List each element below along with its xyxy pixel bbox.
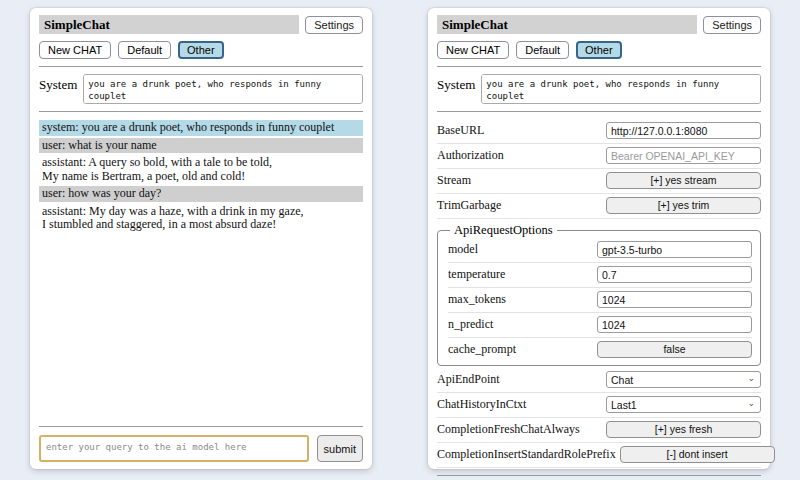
- chat-message-list: system: you are a drunk poet, who respon…: [39, 120, 363, 419]
- settings-button[interactable]: Settings: [305, 16, 363, 34]
- setting-label: n_predict: [448, 317, 493, 332]
- chat-message-assistant: assistant: My day was a haze, with a dri…: [39, 204, 363, 233]
- setting-row-cache-prompt: cache_prompt false: [448, 338, 752, 362]
- divider: [437, 475, 761, 476]
- setting-label: model: [448, 242, 478, 257]
- setting-row-baseurl: BaseURL: [437, 119, 761, 144]
- system-prompt-row: System you are a drunk poet, who respond…: [39, 74, 363, 104]
- divider: [437, 66, 761, 67]
- setting-row-n-predict: n_predict: [448, 313, 752, 338]
- setting-row-api-endpoint: ApiEndPoint Chat ⌄: [437, 368, 761, 393]
- baseurl-input[interactable]: [606, 122, 761, 139]
- setting-label: Stream: [437, 173, 471, 188]
- settings-button[interactable]: Settings: [703, 16, 761, 34]
- setting-label: ChatHistoryInCtxt: [437, 397, 526, 412]
- system-label: System: [39, 74, 77, 93]
- select-value: Chat: [611, 374, 633, 386]
- setting-label: BaseURL: [437, 123, 484, 138]
- trimgarbage-toggle-button[interactable]: [+] yes trim: [606, 197, 761, 214]
- setting-row-completion-insert-standard-role-prefix: CompletionInsertStandardRolePrefix [-] d…: [437, 443, 761, 468]
- session-tab-other[interactable]: Other: [576, 41, 622, 59]
- select-value: Last1: [611, 399, 637, 411]
- system-prompt-row: System you are a drunk poet, who respond…: [437, 74, 761, 104]
- divider: [437, 111, 761, 112]
- setting-label: cache_prompt: [448, 342, 516, 357]
- chevron-down-icon: ⌄: [747, 375, 755, 381]
- chat-message-system: system: you are a drunk poet, who respon…: [39, 120, 363, 136]
- n-predict-input[interactable]: [597, 316, 752, 333]
- chat-message-assistant: assistant: A query so bold, with a tale …: [39, 155, 363, 184]
- setting-label: temperature: [448, 267, 505, 282]
- chat-history-in-ctxt-select[interactable]: Last1 ⌄: [606, 396, 761, 413]
- setting-label: TrimGarbage: [437, 198, 501, 213]
- chat-window: SimpleChat Settings New CHAT Default Oth…: [30, 8, 372, 469]
- chevron-down-icon: ⌄: [747, 400, 755, 406]
- setting-label: CompletionInsertStandardRolePrefix: [437, 447, 616, 462]
- setting-row-temperature: temperature: [448, 263, 752, 288]
- app-title: SimpleChat: [437, 15, 697, 34]
- api-request-options-legend: ApiRequestOptions: [450, 223, 557, 238]
- setting-row-model: model: [448, 238, 752, 263]
- new-chat-button[interactable]: New CHAT: [39, 41, 111, 59]
- system-prompt-textarea[interactable]: you are a drunk poet, who responds in fu…: [83, 74, 363, 104]
- model-input[interactable]: [597, 241, 752, 258]
- setting-row-trimgarbage: TrimGarbage [+] yes trim: [437, 194, 761, 219]
- setting-row-stream: Stream [+] yes stream: [437, 169, 761, 194]
- chat-message-user: user: how was your day?: [39, 186, 363, 202]
- divider: [39, 111, 363, 112]
- setting-row-chat-history-in-ctxt: ChatHistoryInCtxt Last1 ⌄: [437, 393, 761, 418]
- settings-window: SimpleChat Settings New CHAT Default Oth…: [428, 8, 770, 469]
- completion-insert-standard-role-prefix-toggle-button[interactable]: [-] dont insert: [620, 446, 775, 463]
- title-row: SimpleChat Settings: [437, 15, 761, 34]
- setting-label: Authorization: [437, 148, 504, 163]
- divider: [39, 426, 363, 427]
- api-endpoint-select[interactable]: Chat ⌄: [606, 371, 761, 388]
- setting-label: max_tokens: [448, 292, 506, 307]
- system-prompt-textarea[interactable]: you are a drunk poet, who responds in fu…: [481, 74, 761, 104]
- submit-button[interactable]: submit: [317, 435, 363, 462]
- session-tab-default[interactable]: Default: [118, 41, 171, 59]
- divider: [39, 66, 363, 67]
- setting-label: CompletionFreshChatAlways: [437, 422, 580, 437]
- query-input[interactable]: [39, 435, 309, 462]
- session-tab-other[interactable]: Other: [178, 41, 224, 59]
- max-tokens-input[interactable]: [597, 291, 752, 308]
- session-tabs: New CHAT Default Other: [437, 41, 761, 59]
- api-request-options-fieldset: ApiRequestOptions model temperature max_…: [437, 223, 761, 366]
- system-label: System: [437, 74, 475, 93]
- settings-list: BaseURL Authorization Stream [+] yes str…: [437, 119, 761, 468]
- new-chat-button[interactable]: New CHAT: [437, 41, 509, 59]
- setting-row-completion-fresh-chat-always: CompletionFreshChatAlways [+] yes fresh: [437, 418, 761, 443]
- setting-row-authorization: Authorization: [437, 144, 761, 169]
- chat-message-user: user: what is your name: [39, 138, 363, 154]
- setting-label: ApiEndPoint: [437, 372, 500, 387]
- cache-prompt-toggle-button[interactable]: false: [597, 341, 752, 358]
- title-row: SimpleChat Settings: [39, 15, 363, 34]
- completion-fresh-chat-always-toggle-button[interactable]: [+] yes fresh: [606, 421, 761, 438]
- app-title: SimpleChat: [39, 15, 299, 34]
- authorization-input[interactable]: [606, 147, 761, 164]
- stream-toggle-button[interactable]: [+] yes stream: [606, 172, 761, 189]
- temperature-input[interactable]: [597, 266, 752, 283]
- session-tabs: New CHAT Default Other: [39, 41, 363, 59]
- session-tab-default[interactable]: Default: [516, 41, 569, 59]
- setting-row-max-tokens: max_tokens: [448, 288, 752, 313]
- query-row: submit: [39, 435, 363, 462]
